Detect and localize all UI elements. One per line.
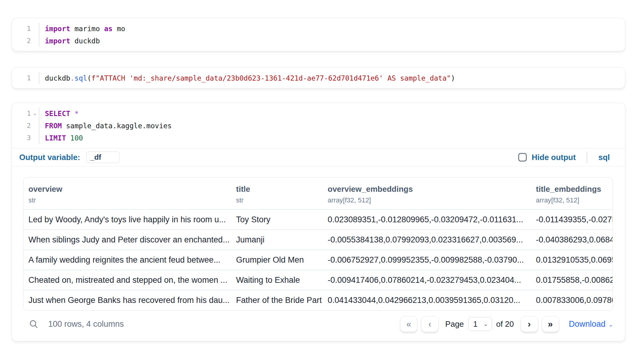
first-page-button[interactable]: « [400, 316, 417, 332]
table-cell: -0.009417406,0.07860214,-0.023279453,0.0… [323, 270, 531, 290]
toolbar-divider [587, 151, 587, 163]
table-cell: -0.0055384138,0.07992093,0.023316627,0.0… [323, 230, 531, 250]
table-cell: Waiting to Exhale [231, 270, 323, 290]
output-variable-input[interactable] [86, 151, 120, 163]
code-editor[interactable]: 1import marimo as mo2import duckdb [12, 18, 625, 51]
line-number: 1 [12, 23, 31, 35]
table-cell: A family wedding reignites the ancient f… [24, 250, 231, 270]
code-line[interactable]: 2FROM sample_data.kaggle.movies [12, 120, 625, 132]
code-editor[interactable]: 1⌄SELECT *2FROM sample_data.kaggle.movie… [12, 103, 625, 148]
page-label: Page [445, 319, 464, 329]
column-header-overview[interactable]: overviewstr [24, 178, 231, 209]
column-name: overview [28, 184, 226, 194]
double-chevron-left-icon: « [406, 319, 411, 329]
table-cell: Toy Story [231, 209, 323, 230]
column-dtype: str [28, 196, 226, 204]
code-text: duckdb.sql(f"ATTACH 'md:_share/sample_da… [39, 72, 625, 84]
chevron-down-icon: ⌄ [484, 321, 488, 327]
gutter-spacer [31, 35, 39, 47]
table-cell: Grumpier Old Men [231, 250, 323, 270]
code-editor[interactable]: 1duckdb.sql(f"ATTACH 'md:_share/sample_d… [12, 67, 625, 88]
gutter-spacer [31, 120, 39, 132]
hide-output-checkbox[interactable] [518, 153, 527, 162]
output-variable-label: Output variable: [19, 153, 80, 162]
gutter-spacer [31, 72, 39, 84]
table-cell: 0.007833006,0.0978013 [531, 290, 613, 310]
notebook-cell-sql: 1⌄SELECT *2FROM sample_data.kaggle.movie… [12, 103, 625, 341]
gutter-spacer [31, 23, 39, 35]
table-row[interactable]: When siblings Judy and Peter discover an… [24, 230, 613, 250]
previous-page-button[interactable]: ‹ [421, 316, 439, 332]
table-cell: 0.01755858,-0.00862867 [531, 270, 613, 290]
code-line[interactable]: 2import duckdb [12, 35, 625, 47]
download-button[interactable]: Download ⌄ [569, 319, 613, 329]
download-label: Download [569, 319, 606, 329]
table-cell: -0.040386293,0.0684512 [531, 230, 613, 250]
table-row[interactable]: Just when George Banks has recovered fro… [24, 290, 613, 310]
line-number: 3 [12, 132, 31, 144]
table-cell: 0.0132910535,0.0695834 [531, 250, 613, 270]
table-row[interactable]: A family wedding reignites the ancient f… [24, 250, 613, 270]
code-text: import duckdb [39, 35, 625, 47]
table-cell: Cheated on, mistreated and stepped on, t… [24, 270, 231, 290]
table-cell: Just when George Banks has recovered fro… [24, 290, 231, 310]
chevron-down-icon: ⌄ [609, 322, 613, 328]
line-number: 2 [12, 35, 31, 47]
column-name: title_embeddings [536, 184, 613, 194]
table-cell: Led by Woody, Andy's toys live happily i… [24, 209, 231, 230]
notebook-cell-imports: 1import marimo as mo2import duckdb [12, 18, 625, 51]
table-cell: Jumanji [231, 230, 323, 250]
table-row[interactable]: Led by Woody, Andy's toys live happily i… [24, 209, 613, 230]
column-dtype: array[f32, 512] [328, 196, 526, 204]
column-dtype: str [236, 196, 318, 204]
column-dtype: array[f32, 512] [536, 196, 613, 204]
column-header-overview_embeddings[interactable]: overview_embeddingsarray[f32, 512] [323, 178, 531, 209]
table-footer: 100 rows, 4 columns « ‹ Page 1 ⌄ of 20 › [23, 312, 613, 336]
line-number: 2 [12, 120, 31, 132]
chevron-left-icon: ‹ [428, 319, 431, 329]
table-cell: Father of the Bride Part II [231, 290, 323, 310]
column-header-title[interactable]: titlestr [231, 178, 323, 209]
code-text: SELECT * [39, 107, 625, 120]
search-icon[interactable] [27, 317, 40, 331]
table-row[interactable]: Cheated on, mistreated and stepped on, t… [24, 270, 613, 290]
gutter-spacer [31, 132, 39, 144]
page-total-label: of 20 [496, 319, 514, 329]
table-cell: -0.006752927,0.099952355,-0.009982588,-0… [323, 250, 531, 270]
dataframe-table: overviewstrtitlestroverview_embeddingsar… [23, 177, 613, 311]
page-select-value: 1 [473, 320, 478, 329]
line-number: 1 [12, 72, 31, 84]
table-cell: When siblings Judy and Peter discover an… [24, 230, 231, 250]
notebook-cell-attach: 1duckdb.sql(f"ATTACH 'md:_share/sample_d… [12, 67, 625, 89]
code-line[interactable]: 1duckdb.sql(f"ATTACH 'md:_share/sample_d… [12, 72, 625, 84]
code-line[interactable]: 1⌄SELECT * [12, 107, 625, 120]
fold-chevron-down-icon[interactable]: ⌄ [31, 107, 39, 120]
table-cell: -0.011439355,-0.0275251 [531, 209, 613, 230]
page-select[interactable]: 1 ⌄ [468, 317, 492, 331]
code-text: FROM sample_data.kaggle.movies [39, 120, 625, 132]
column-header-title_embeddings[interactable]: title_embeddingsarray[f32, 512] [531, 178, 613, 209]
language-badge: sql [598, 153, 610, 162]
code-text: LIMIT 100 [39, 132, 625, 144]
table-cell: 0.041433044,0.042966213,0.0039591365,0.0… [323, 290, 531, 310]
code-line[interactable]: 3LIMIT 100 [12, 132, 625, 144]
row-count-summary: 100 rows, 4 columns [48, 319, 124, 329]
chevron-right-icon: › [528, 319, 531, 329]
table-cell: 0.023089351,-0.012809965,-0.03209472,-0.… [323, 209, 531, 230]
next-page-button[interactable]: › [521, 316, 538, 332]
code-text: import marimo as mo [39, 23, 625, 35]
column-name: overview_embeddings [328, 184, 526, 194]
cell-output-area: overviewstrtitlestroverview_embeddingsar… [12, 166, 625, 341]
double-chevron-right-icon: » [548, 319, 553, 329]
column-name: title [236, 184, 318, 194]
line-number: 1 [12, 107, 31, 120]
code-line[interactable]: 1import marimo as mo [12, 23, 625, 35]
hide-output-label: Hide output [532, 153, 576, 162]
last-page-button[interactable]: » [542, 316, 559, 332]
sql-cell-toolbar: Output variable: Hide output sql [12, 148, 625, 166]
